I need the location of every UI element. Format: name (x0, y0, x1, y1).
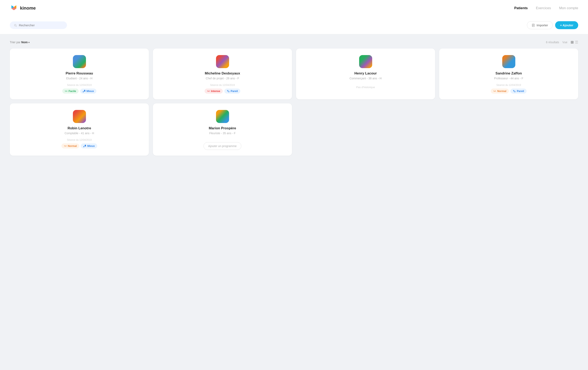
import-button[interactable]: Importer (527, 21, 553, 29)
patient-card-p2[interactable]: Micheline DesboyauxChef de projet - 26 a… (153, 49, 292, 99)
badges: IntensePareil (205, 89, 240, 94)
badge-pareil[interactable]: Pareil (510, 89, 526, 94)
session-date: Séance du 12/04/2019 (496, 84, 521, 87)
patient-info: Etudiant - 24 ans - H (66, 77, 92, 80)
import-icon (532, 24, 535, 27)
patient-card-p3[interactable]: Henry LacourCommerçant - 38 ans - HPas d… (296, 49, 435, 99)
add-button[interactable]: + Ajouter (555, 21, 578, 29)
patient-info: Chef de projet - 26 ans - F (206, 77, 239, 80)
badge-mieux[interactable]: Mieux (81, 143, 97, 149)
list-view-icon[interactable]: ☰ (575, 40, 578, 44)
badge-mieux[interactable]: Mieux (80, 89, 96, 94)
badge-intense[interactable]: Intense (205, 89, 223, 94)
search-icon (14, 24, 17, 27)
grid-view-icon[interactable]: ⊞ (571, 40, 574, 44)
badge-facile[interactable]: Facile (62, 89, 79, 94)
session-date: Séance du 12/04/2019 (67, 84, 92, 87)
patient-card-p6[interactable]: Marion ProspèreFleuriste - 35 ans - FAjo… (153, 103, 292, 156)
patient-info: Professeur - 44 ans - F (494, 77, 523, 80)
badge-normal[interactable]: Normal (62, 143, 79, 149)
patient-name: Marion Prospère (209, 126, 236, 130)
patient-card-p4[interactable]: Sandrine ZaffonProfesseur - 44 ans - FSé… (439, 49, 578, 99)
view-switcher: ⊞ ☰ (571, 40, 578, 44)
avatar (73, 55, 86, 68)
search-input[interactable] (19, 23, 63, 27)
header: kinome Patients Exercices Mon compte (0, 0, 588, 16)
badges: FacileMieux (62, 89, 96, 94)
no-history-label: Pas d'historique (356, 86, 375, 89)
content-area: Trier par Nom ▾ 6 résultats Vue ⊞ ☰ Pier… (0, 34, 588, 161)
badge-pareil[interactable]: Pareil (224, 89, 240, 94)
patients-grid: Pierre RousseauEtudiant - 24 ans - HSéan… (10, 49, 578, 156)
session-date: Séance du 12/04/2019 (210, 84, 235, 87)
sort-bar: Trier par Nom ▾ 6 résultats Vue ⊞ ☰ (10, 40, 578, 44)
sort-control[interactable]: Trier par Nom ▾ (10, 40, 30, 44)
logo[interactable]: kinome (10, 4, 36, 12)
patient-card-p5[interactable]: Robin LenotreComptable - 41 ans - HSéanc… (10, 103, 149, 156)
patient-name: Sandrine Zaffon (495, 71, 522, 75)
logo-text: kinome (20, 6, 36, 11)
badge-normal[interactable]: Normal (491, 89, 509, 94)
avatar (216, 110, 229, 123)
avatar (359, 55, 372, 68)
action-buttons: Importer + Ajouter (527, 21, 578, 29)
nav-exercices[interactable]: Exercices (536, 6, 551, 10)
results-info: 6 résultats Vue ⊞ ☰ (546, 40, 578, 44)
patient-name: Micheline Desboyaux (205, 71, 240, 75)
avatar (216, 55, 229, 68)
nav-patients[interactable]: Patients (514, 6, 528, 10)
add-program-button[interactable]: Ajouter un programme (204, 142, 241, 150)
logo-icon (10, 4, 18, 12)
badges: NormalPareil (491, 89, 526, 94)
session-date: Séance du 12/04/2019 (67, 139, 92, 141)
svg-line-1 (16, 26, 17, 26)
toolbar: Importer + Ajouter (0, 16, 588, 34)
avatar (502, 55, 515, 68)
nav-compte[interactable]: Mon compte (559, 6, 578, 10)
avatar (73, 110, 86, 123)
patient-name: Robin Lenotre (68, 126, 91, 130)
patient-info: Comptable - 41 ans - H (64, 131, 94, 135)
patient-name: Pierre Rousseau (65, 71, 93, 75)
patient-info: Fleuriste - 35 ans - F (209, 131, 236, 135)
main-nav: Patients Exercices Mon compte (514, 6, 578, 10)
patient-info: Commerçant - 38 ans - H (349, 77, 382, 80)
patient-card-p1[interactable]: Pierre RousseauEtudiant - 24 ans - HSéan… (10, 49, 149, 99)
badges: NormalMieux (62, 143, 97, 149)
search-box[interactable] (10, 21, 67, 29)
patient-name: Henry Lacour (354, 71, 377, 75)
